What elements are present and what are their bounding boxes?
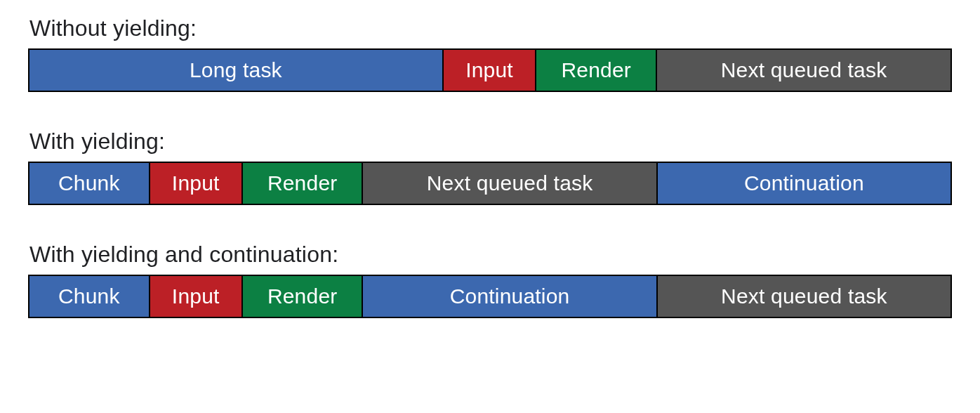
- segment-render: Render: [535, 50, 656, 91]
- segment-continuation: Continuation: [362, 276, 656, 317]
- segment-render: Render: [241, 163, 362, 204]
- segment-next-queued-task: Next queued task: [656, 276, 951, 317]
- segment-next-queued-task: Next queued task: [656, 50, 951, 91]
- diagram-canvas: Without yielding: Long task Input Render…: [0, 0, 980, 413]
- segment-input: Input: [442, 50, 536, 91]
- timeline-bar: Chunk Input Render Continuation Next que…: [28, 275, 952, 318]
- segment-input: Input: [149, 276, 241, 317]
- row-title: With yielding and continuation:: [29, 242, 952, 268]
- segment-input: Input: [149, 163, 241, 204]
- row-with-yielding: With yielding: Chunk Input Render Next q…: [28, 129, 952, 205]
- row-without-yielding: Without yielding: Long task Input Render…: [28, 15, 952, 92]
- segment-chunk: Chunk: [29, 163, 149, 204]
- segment-chunk: Chunk: [29, 276, 149, 317]
- timeline-bar: Chunk Input Render Next queued task Cont…: [28, 162, 952, 205]
- row-with-yielding-and-continuation: With yielding and continuation: Chunk In…: [28, 242, 952, 318]
- row-title: Without yielding:: [29, 15, 952, 41]
- segment-render: Render: [241, 276, 362, 317]
- row-title: With yielding:: [29, 129, 952, 155]
- segment-next-queued-task: Next queued task: [362, 163, 656, 204]
- segment-continuation: Continuation: [656, 163, 951, 204]
- segment-long-task: Long task: [29, 50, 442, 91]
- timeline-bar: Long task Input Render Next queued task: [28, 48, 952, 92]
